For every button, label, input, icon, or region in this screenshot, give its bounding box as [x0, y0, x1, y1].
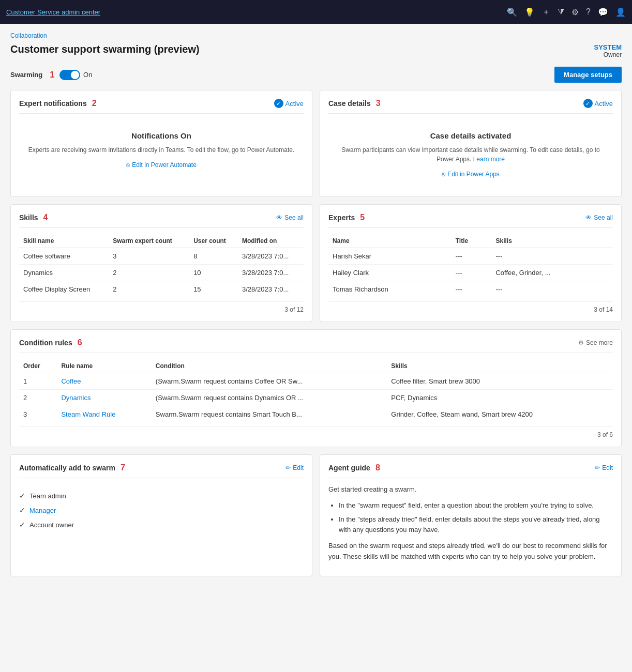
table-row: 1 Coffee (Swarm.Swarm request contains C… [19, 373, 613, 390]
search-icon[interactable]: 🔍 [507, 7, 517, 17]
expert-title-cell: --- [452, 281, 492, 298]
page-title: Customer support swarming (preview) [10, 43, 200, 55]
edit-power-automate-link[interactable]: ⎋ Edit in Power Automate [126, 161, 197, 169]
case-details-card: Case details 3 ✓ Active Case details act… [320, 90, 622, 197]
auto-swarm-step: 7 [121, 463, 125, 472]
skill-user-count-cell: 15 [189, 281, 238, 298]
swarming-toggle[interactable] [59, 70, 80, 80]
agent-guide-closing: Based on the swarm request and steps alr… [328, 541, 613, 562]
condition-rules-header-row: Order Rule name Condition Skills [19, 359, 613, 373]
skills-table: Skill name Swarm expert count User count… [19, 234, 304, 297]
skills-experts-grid: Skills 4 👁 See all Skill name Swarm expe… [10, 204, 622, 322]
experts-table-body: Harish Sekar --- --- Hailey Clark --- Co… [328, 248, 613, 298]
table-row: Hailey Clark --- Coffee, Grinder, ... [328, 265, 613, 281]
rule-name-cell[interactable]: Dynamics [57, 390, 151, 406]
col-rule-name: Rule name [57, 359, 151, 373]
col-order: Order [19, 359, 57, 373]
skill-name-cell: Coffee Display Screen [19, 281, 109, 298]
skills-table-header-row: Skill name Swarm expert count User count… [19, 234, 304, 248]
experts-title-row: Experts 5 [328, 213, 365, 222]
skills-header: Skills 4 👁 See all [19, 213, 304, 228]
case-active-check-icon: ✓ [583, 99, 593, 108]
skills-col-modified: Modified on [238, 234, 304, 248]
settings-icon[interactable]: ⚙ [571, 7, 579, 17]
case-details-activated-title: Case details activated [334, 131, 608, 140]
topbar-title[interactable]: Customer Service admin center [6, 8, 504, 16]
expert-notifications-title: Expert notifications [19, 99, 87, 108]
skill-modified-cell: 3/28/2023 7:0... [238, 248, 304, 265]
swarming-row: Swarming 1 On Manage setups [10, 67, 622, 83]
edit-power-apps-link[interactable]: ⎋ Edit in Power Apps [442, 171, 500, 178]
case-details-body-text: Swarm participants can view important ca… [334, 145, 608, 164]
rule-skills-cell: Grinder, Coffee, Steam wand, Smart brew … [387, 406, 613, 423]
table-row: Tomas Richardson --- --- [328, 281, 613, 298]
skills-table-body: Coffee software 3 8 3/28/2023 7:0... Dyn… [19, 248, 304, 298]
user-icon[interactable]: 👤 [615, 7, 626, 17]
rule-skills-cell: PCF, Dynamics [387, 390, 613, 406]
eye-icon: 👁 [276, 214, 282, 221]
expert-name-cell: Hailey Clark [328, 265, 452, 281]
skills-table-footer: 3 of 12 [19, 301, 304, 313]
skills-see-all-link[interactable]: 👁 See all [276, 214, 304, 221]
condition-rules-see-more-link[interactable]: ⚙ See more [578, 339, 613, 346]
learn-more-link[interactable]: Learn more [473, 156, 505, 163]
check-icon: ✓ [19, 492, 25, 500]
skill-expert-count-cell: 2 [109, 281, 189, 298]
lightbulb-icon[interactable]: 💡 [524, 7, 535, 17]
skills-col-name: Skill name [19, 234, 109, 248]
auto-swarm-edit-link[interactable]: ✏ Edit [285, 464, 304, 471]
table-row: 3 Steam Wand Rule Swarm.Swarm request co… [19, 406, 613, 423]
manage-setups-button[interactable]: Manage setups [554, 67, 622, 83]
experts-header: Experts 5 👁 See all [328, 213, 613, 228]
system-name: SYSTEM [594, 43, 622, 51]
plus-icon[interactable]: ＋ [542, 7, 550, 18]
experts-table-footer: 3 of 14 [328, 301, 613, 313]
list-item: ✓Team admin [19, 488, 304, 503]
swarming-step: 1 [50, 70, 54, 80]
table-row: Coffee software 3 8 3/28/2023 7:0... [19, 248, 304, 265]
col-skills: Skills [387, 359, 613, 373]
list-item[interactable]: ✓Manager [19, 503, 304, 517]
rule-name-cell[interactable]: Coffee [57, 373, 151, 390]
expert-title-cell: --- [452, 265, 492, 281]
auto-swarm-list: ✓Team admin✓Manager✓Account owner [19, 484, 304, 536]
table-row: Coffee Display Screen 2 15 3/28/2023 7:0… [19, 281, 304, 298]
expert-notifications-status: ✓ Active [274, 99, 304, 108]
rule-skills-cell: Coffee filter, Smart brew 3000 [387, 373, 613, 390]
skill-modified-cell: 3/28/2023 7:0... [238, 265, 304, 281]
list-item: In the "swarm request" field, enter a qu… [339, 500, 613, 511]
system-role: Owner [594, 51, 622, 58]
list-item: ✓Account owner [19, 517, 304, 532]
experts-eye-icon: 👁 [585, 214, 592, 221]
skill-user-count-cell: 10 [189, 265, 238, 281]
check-icon: ✓ [19, 506, 25, 514]
experts-title: Experts [328, 213, 355, 222]
expert-name-cell: Tomas Richardson [328, 281, 452, 298]
expert-skills-cell: --- [491, 248, 613, 265]
experts-col-skills: Skills [491, 234, 613, 248]
condition-rules-table: Order Rule name Condition Skills 1 Coffe… [19, 359, 613, 422]
expert-skills-cell: --- [491, 281, 613, 298]
help-icon[interactable]: ? [586, 7, 591, 17]
expert-skills-cell: Coffee, Grinder, ... [491, 265, 613, 281]
chat-icon[interactable]: 💬 [598, 7, 608, 17]
filter-icon[interactable]: ⧩ [558, 7, 564, 17]
skills-card: Skills 4 👁 See all Skill name Swarm expe… [10, 204, 312, 322]
swarming-label: Swarming [10, 71, 42, 79]
col-condition: Condition [152, 359, 387, 373]
agent-guide-bullets: In the "swarm request" field, enter a qu… [328, 500, 613, 536]
rule-condition-cell: (Swarm.Swarm request contains Dynamics O… [152, 390, 387, 406]
agent-guide-edit-link[interactable]: ✏ Edit [595, 464, 613, 471]
external-link-icon: ⎋ [126, 161, 130, 169]
rule-name-cell[interactable]: Steam Wand Rule [57, 406, 151, 423]
edit-pencil-icon: ✏ [285, 464, 291, 471]
experts-see-all-link[interactable]: 👁 See all [585, 214, 613, 221]
toggle-on-label: On [83, 71, 92, 79]
rule-condition-cell: Swarm.Swarm request contains Smart Touch… [152, 406, 387, 423]
agent-guide-header: Agent guide 8 ✏ Edit [328, 463, 613, 478]
experts-card: Experts 5 👁 See all Name Title Skills [320, 204, 622, 322]
condition-rules-title: Condition rules [19, 339, 72, 347]
expert-notifications-title-row: Expert notifications 2 [19, 99, 97, 108]
breadcrumb[interactable]: Collaboration [10, 32, 622, 39]
skill-expert-count-cell: 2 [109, 265, 189, 281]
